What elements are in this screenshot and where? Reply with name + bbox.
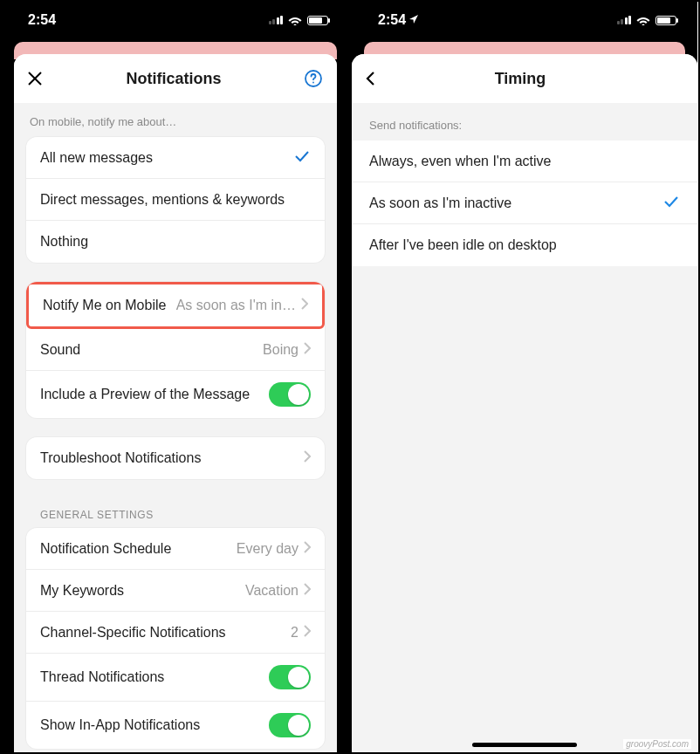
row-notify-mobile[interactable]: Notify Me on Mobile As soon as I'm in… <box>29 284 322 326</box>
chevron-right-icon <box>301 298 308 313</box>
back-icon[interactable] <box>364 70 376 87</box>
row-schedule[interactable]: Notification Schedule Every day <box>26 528 325 570</box>
option-inactive[interactable]: As soon as I'm inactive <box>352 182 697 224</box>
option-all-messages[interactable]: All new messages <box>26 137 325 179</box>
status-time: 2:54 <box>378 12 418 28</box>
row-thread[interactable]: Thread Notifications <box>26 654 325 702</box>
option-nothing[interactable]: Nothing <box>26 221 325 263</box>
chevron-right-icon <box>304 541 311 557</box>
status-right <box>617 15 677 25</box>
signal-icon <box>269 16 284 24</box>
row-preview[interactable]: Include a Preview of the Message <box>26 371 325 418</box>
location-icon <box>409 15 418 24</box>
option-direct-messages[interactable]: Direct messages, mentions & keywords <box>26 179 325 221</box>
status-bar: 2:54 <box>352 2 697 42</box>
nav-header: Notifications <box>14 54 337 103</box>
svg-point-3 <box>312 82 314 84</box>
chevron-right-icon <box>304 342 311 358</box>
timing-panel: Timing Send notifications: Always, even … <box>352 54 697 752</box>
checkmark-icon <box>662 195 680 211</box>
chevron-right-icon <box>304 450 311 466</box>
general-settings-group: Notification Schedule Every day My Keywo… <box>26 528 325 749</box>
general-settings-title: GENERAL SETTINGS <box>14 498 337 528</box>
checkmark-icon <box>293 150 311 166</box>
wifi-icon <box>636 15 650 25</box>
battery-icon <box>307 16 328 25</box>
phone-right: 2:54 Timing Send notifications: Always, … <box>349 2 697 752</box>
page-title: Notifications <box>44 70 304 88</box>
notify-about-group: All new messages Direct messages, mentio… <box>26 137 325 263</box>
chevron-right-icon <box>304 583 311 599</box>
signal-icon <box>617 16 632 24</box>
notifications-panel: Notifications On mobile, notify me about… <box>14 54 337 752</box>
highlight-box: Notify Me on Mobile As soon as I'm in… <box>26 282 325 329</box>
option-idle[interactable]: After I've been idle on desktop <box>352 224 697 266</box>
row-keywords[interactable]: My Keywords Vacation <box>26 570 325 612</box>
row-channel-specific[interactable]: Channel-Specific Notifications 2 <box>26 612 325 654</box>
row-troubleshoot[interactable]: Troubleshoot Notifications <box>26 437 325 479</box>
chevron-right-icon <box>304 625 311 641</box>
row-inapp[interactable]: Show In-App Notifications <box>26 702 325 749</box>
mobile-settings-group: Notify Me on Mobile As soon as I'm in… S… <box>26 282 325 418</box>
page-title: Timing <box>376 70 664 88</box>
phone-left: 2:54 Notifications On mobile, notify me … <box>2 2 349 752</box>
battery-icon <box>655 16 676 25</box>
help-icon[interactable] <box>304 69 325 88</box>
wifi-icon <box>288 15 302 25</box>
status-bar: 2:54 <box>2 2 349 42</box>
section-hint: Send notifications: <box>352 103 697 141</box>
row-sound[interactable]: Sound Boing <box>26 329 325 371</box>
close-icon[interactable] <box>26 70 44 87</box>
nav-header: Timing <box>352 54 697 103</box>
watermark: groovyPost.com <box>623 739 691 749</box>
toggle-inapp[interactable] <box>269 713 311 737</box>
home-indicator[interactable] <box>472 743 577 747</box>
status-right <box>269 15 329 25</box>
timing-options: Always, even when I'm active As soon as … <box>352 141 697 266</box>
troubleshoot-group: Troubleshoot Notifications <box>26 437 325 479</box>
option-always[interactable]: Always, even when I'm active <box>352 141 697 182</box>
toggle-preview[interactable] <box>269 382 311 407</box>
toggle-thread[interactable] <box>269 665 311 689</box>
status-time: 2:54 <box>28 12 56 28</box>
section-hint: On mobile, notify me about… <box>14 103 337 137</box>
